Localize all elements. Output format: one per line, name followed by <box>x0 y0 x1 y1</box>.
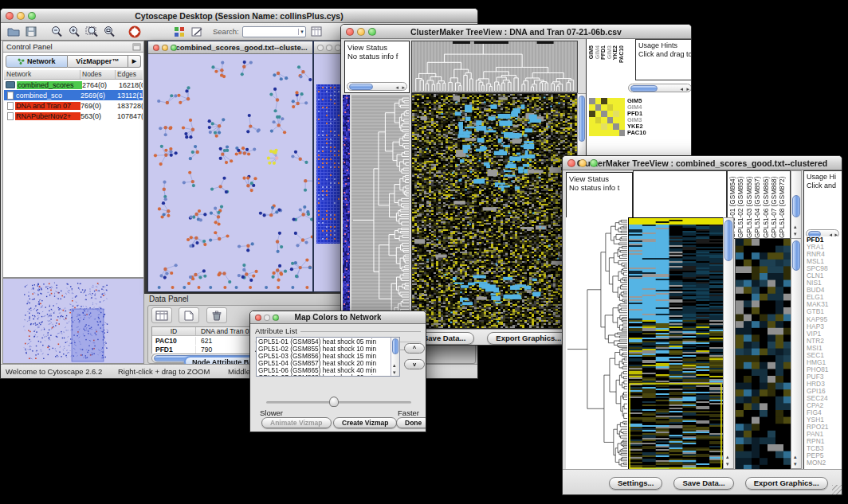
close-icon[interactable] <box>6 12 14 20</box>
resize-grip[interactable] <box>832 485 842 494</box>
gene-label[interactable]: ELG1 <box>807 294 842 301</box>
matrix-cell[interactable] <box>607 123 614 130</box>
network-list-row[interactable]: DNA and Tran 07769(0)183728(0) <box>4 100 143 111</box>
gene-label[interactable]: SEC24 <box>807 395 842 402</box>
matrix-cell[interactable] <box>595 104 602 111</box>
network-list-row[interactable]: combined_scores2764(0)16218(0) <box>4 80 143 90</box>
scroll-up-icon[interactable]: ▴ <box>794 454 797 460</box>
gene-label[interactable]: HMG1 <box>807 359 842 366</box>
zoom-window-icon[interactable] <box>273 315 279 321</box>
select-attributes-icon[interactable] <box>151 307 172 323</box>
gene-label[interactable]: PUF3 <box>807 373 842 381</box>
move-up-button[interactable]: ^ <box>404 343 425 354</box>
cluster-hscrollbar[interactable]: ◂ ▸ <box>628 84 692 92</box>
minimize-icon[interactable] <box>17 12 25 20</box>
scroll-down-icon[interactable]: ▾ <box>726 461 729 467</box>
create-vizmap-button[interactable]: Create Vizmap <box>333 417 397 428</box>
scrollbar-thumb[interactable] <box>792 195 800 217</box>
minimize-icon[interactable] <box>357 28 365 36</box>
matrix-cell[interactable] <box>607 98 614 104</box>
treeview-dna-titlebar[interactable]: ClusterMaker TreeView : DNA and Tran 07-… <box>341 25 691 39</box>
overview-heatmap-canvas[interactable] <box>735 238 792 471</box>
matrix-cell[interactable] <box>595 117 602 123</box>
col-network[interactable]: Network <box>4 70 80 79</box>
matrix-cell[interactable] <box>589 98 595 104</box>
minimize-icon[interactable] <box>579 159 587 167</box>
gene-label[interactable]: MSI1 <box>807 345 842 352</box>
matrix-cell[interactable] <box>613 98 619 104</box>
gene-label[interactable]: RPO21 <box>807 424 842 431</box>
overview-vscrollbar[interactable]: ▴ ▾ <box>791 238 802 469</box>
gene-label[interactable]: PHO81 <box>807 366 842 373</box>
scrollbar-thumb[interactable] <box>392 338 398 354</box>
scroll-up-icon[interactable]: ▴ <box>726 454 729 460</box>
zoom-window-icon[interactable] <box>590 159 598 167</box>
matrix-cell[interactable] <box>607 130 614 136</box>
heatmap-canvas[interactable] <box>628 217 723 470</box>
gene-label[interactable]: GPI16 <box>807 388 842 395</box>
vizmap-shortcut-icon[interactable] <box>171 25 187 39</box>
matrix-cell[interactable] <box>595 123 602 130</box>
matrix-cell[interactable] <box>589 104 595 111</box>
tab-network[interactable]: Network <box>6 55 68 68</box>
scrollbar-thumb[interactable] <box>630 85 658 92</box>
background-window-titlebar[interactable] <box>314 41 341 54</box>
row-dendrogram-canvas[interactable] <box>566 217 628 469</box>
matrix-cell[interactable] <box>595 130 602 136</box>
matrix-cell[interactable] <box>589 123 595 130</box>
gene-label[interactable]: YRA1 <box>807 244 842 251</box>
dense-network-canvas[interactable] <box>316 81 341 248</box>
scrollbar-thumb[interactable] <box>579 96 585 142</box>
matrix-cell[interactable] <box>601 111 607 117</box>
gene-label[interactable]: BUD4 <box>807 287 842 294</box>
close-icon[interactable] <box>153 45 159 51</box>
animate-vizmap-button[interactable]: Animate Vizmap <box>261 417 332 428</box>
minimize-icon[interactable] <box>326 45 332 51</box>
col-nodes[interactable]: Nodes <box>80 70 116 79</box>
matrix-cell[interactable] <box>601 130 607 136</box>
gene-label[interactable]: HAP3 <box>807 323 842 330</box>
tab-vizmapper[interactable]: VizMapper™ <box>68 55 129 68</box>
column-labels-vscrollbar[interactable]: ▴ ▾ <box>791 170 802 239</box>
matrix-cell[interactable] <box>595 111 602 117</box>
done-button[interactable]: Done <box>396 417 426 428</box>
scroll-left-icon[interactable]: ◂ <box>680 86 683 92</box>
gene-label[interactable]: GTB1 <box>807 308 842 315</box>
zoom-in-icon[interactable] <box>66 25 82 39</box>
network-view-canvas[interactable] <box>148 54 312 291</box>
zoom-window-icon[interactable] <box>28 12 36 20</box>
float-panel-icon[interactable] <box>132 43 141 51</box>
close-icon[interactable] <box>567 159 575 167</box>
main-titlebar[interactable]: Cytoscape Desktop (Session Name: collins… <box>1 9 477 23</box>
move-down-button[interactable]: v <box>404 359 425 369</box>
delete-attribute-icon[interactable] <box>206 307 227 323</box>
gene-label[interactable]: MAK31 <box>807 301 842 308</box>
matrix-cell[interactable] <box>607 117 614 123</box>
matrix-cell[interactable] <box>601 104 607 111</box>
gene-label[interactable]: VIP1 <box>807 330 842 338</box>
gene-label[interactable]: PFD1 <box>807 236 842 244</box>
matrix-cell[interactable] <box>595 98 602 104</box>
gene-label[interactable]: MSL1 <box>807 258 842 265</box>
gene-label[interactable]: TCB3 <box>807 445 842 452</box>
open-session-button[interactable] <box>6 25 22 39</box>
gene-label[interactable]: NIS1 <box>807 279 842 287</box>
search-input[interactable]: ▾ <box>242 26 306 37</box>
matrix-cell[interactable] <box>607 111 614 117</box>
similarity-matrix[interactable] <box>589 98 625 136</box>
new-attribute-icon[interactable] <box>179 307 199 323</box>
matrix-cell[interactable] <box>589 111 595 117</box>
minimize-icon[interactable] <box>162 45 168 51</box>
row-dendrogram-canvas[interactable] <box>351 95 410 327</box>
gene-label[interactable]: CPA2 <box>807 402 842 409</box>
attribute-item[interactable]: GPL51-07 (GSM868) heat shock 60 min <box>258 374 399 377</box>
matrix-cell[interactable] <box>613 123 619 130</box>
gene-label[interactable]: RPN1 <box>807 438 842 445</box>
gene-label[interactable]: YSH1 <box>807 416 842 424</box>
network-overview-panel[interactable] <box>2 278 144 364</box>
matrix-cell[interactable] <box>589 117 595 123</box>
zoom-selected-icon[interactable] <box>101 25 117 39</box>
scrollbar-thumb[interactable] <box>792 240 800 271</box>
network-view-titlebar[interactable]: combined_scores_good.txt--cluste... <box>148 41 312 54</box>
global-overview-strip[interactable] <box>343 95 350 327</box>
